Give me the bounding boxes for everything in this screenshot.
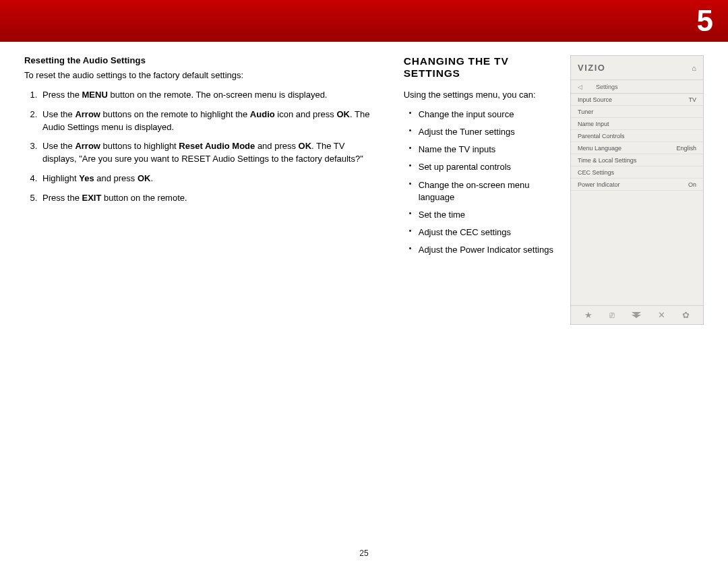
step-5: Press the EXIT button on the remote.: [40, 192, 377, 205]
changing-tv-heading: CHANGING THE TV SETTINGS: [404, 55, 558, 80]
osd-item-value: English: [676, 145, 696, 152]
osd-item-menu-language: Menu Language English: [571, 142, 703, 154]
osd-item-power-indicator: Power Indicator On: [571, 179, 703, 191]
home-icon: ⌂: [692, 64, 696, 72]
gear-icon: ✿: [682, 310, 690, 320]
bullet: Set the time: [409, 209, 558, 221]
osd-item-label: Tuner: [578, 108, 593, 115]
osd-item-name-input: Name Input: [571, 118, 703, 130]
tv-settings-panel: VIZIO ⌂ ◁ Settings Input Source TV Tuner: [570, 55, 704, 325]
osd-item-label: CEC Settings: [578, 169, 614, 176]
cc-icon: ⎚: [609, 310, 615, 320]
bullet: Adjust the CEC settings: [409, 226, 558, 239]
changing-tv-bullets: Change the input source Adjust the Tuner…: [404, 108, 558, 257]
breadcrumb-label: Settings: [596, 84, 618, 90]
bullet: Adjust the Power Indicator settings: [409, 244, 558, 256]
step-4: Highlight Yes and press OK.: [40, 173, 377, 185]
changing-tv-intro: Using the settings menu, you can:: [404, 89, 558, 102]
osd-item-label: Power Indicator: [578, 181, 620, 188]
osd-item-label: Time & Local Settings: [578, 157, 636, 164]
section-banner: 5: [0, 0, 728, 42]
bullet: Adjust the Tuner settings: [409, 126, 558, 138]
bullet: Change the input source: [409, 108, 558, 121]
osd-item-label: Menu Language: [578, 145, 621, 152]
osd-item-tuner: Tuner: [571, 106, 703, 118]
step-3: Use the Arrow buttons to highlight Reset…: [40, 140, 377, 166]
osd-item-time: Time & Local Settings: [571, 154, 703, 166]
osd-item-parental: Parental Controls: [571, 130, 703, 142]
step-1: Press the MENU button on the remote. The…: [40, 89, 377, 102]
reset-audio-heading: Resetting the Audio Settings: [24, 55, 377, 65]
back-icon: ◁: [578, 84, 582, 90]
vchip-icon: [632, 312, 641, 319]
section-number: 5: [697, 4, 713, 38]
osd-item-label: Input Source: [578, 96, 612, 103]
osd-breadcrumb: ◁ Settings: [571, 80, 703, 94]
osd-item-input-source: Input Source TV: [571, 94, 703, 106]
vizio-logo: VIZIO: [578, 63, 605, 73]
osd-header: VIZIO ⌂: [571, 56, 703, 80]
step-2: Use the Arrow buttons on the remote to h…: [40, 108, 377, 134]
left-column: Resetting the Audio Settings To reset th…: [24, 55, 377, 542]
reset-audio-intro: To reset the audio settings to the facto…: [24, 69, 377, 82]
star-icon: ★: [584, 310, 593, 320]
osd-footer: ★ ⎚ ✕ ✿: [571, 305, 703, 324]
osd-item-label: Parental Controls: [578, 133, 625, 139]
osd-item-cec: CEC Settings: [571, 166, 703, 179]
reset-audio-steps: Press the MENU button on the remote. The…: [24, 89, 377, 205]
bullet: Set up parental controls: [409, 161, 558, 173]
bullet: Change the on-screen menu language: [409, 179, 558, 204]
right-column: CHANGING THE TV SETTINGS Using the setti…: [404, 55, 558, 542]
osd-item-value: TV: [688, 96, 696, 103]
bullet: Name the TV inputs: [409, 144, 558, 156]
osd-item-value: On: [688, 181, 696, 188]
page-number: 25: [0, 549, 728, 558]
close-icon: ✕: [658, 310, 665, 320]
osd-item-label: Name Input: [578, 121, 609, 127]
